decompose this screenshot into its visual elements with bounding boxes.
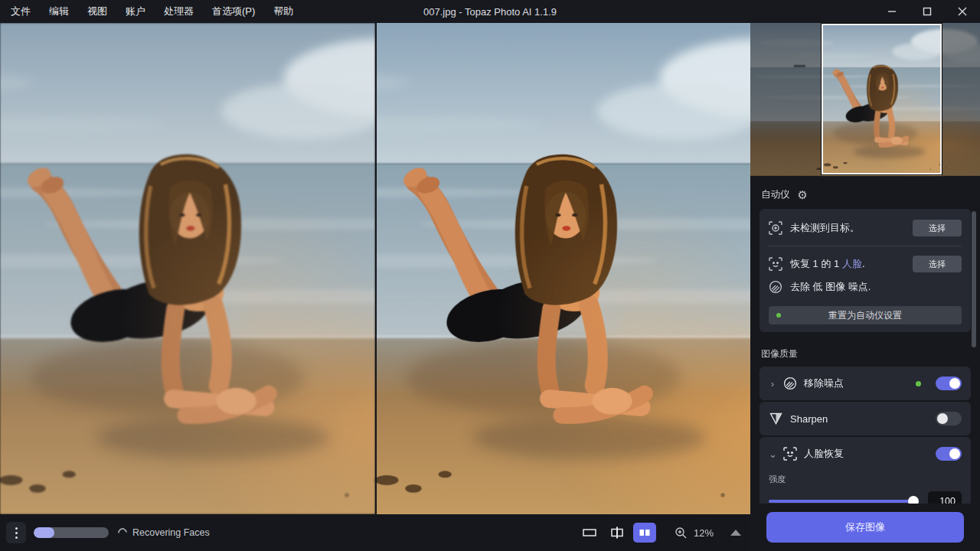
- menu-preferences[interactable]: 首选项(P): [204, 2, 263, 21]
- dot: [15, 532, 18, 534]
- face-recovery-row[interactable]: ⌄ 人脸恢复: [760, 437, 971, 471]
- toggle-knob: [949, 448, 960, 459]
- view-controls: 12%: [578, 523, 741, 543]
- remove-noise-row[interactable]: › 移除噪点: [760, 367, 971, 400]
- chevron-right-icon[interactable]: ›: [769, 378, 776, 390]
- sharpen-card: Sharpen: [760, 402, 971, 435]
- menu-view[interactable]: 视图: [80, 2, 115, 21]
- autopilot-noise-row: 去除 低 图像 噪点.: [769, 276, 962, 298]
- autopilot-face-row: 恢复 1 的 1 人脸. 选择: [769, 253, 962, 276]
- reset-autopilot-label: 重置为自动仪设置: [828, 310, 902, 321]
- target-select-button[interactable]: 选择: [913, 220, 962, 236]
- noise-level-icon: [769, 280, 782, 294]
- progress-fill: [34, 527, 54, 538]
- save-image-button[interactable]: 保存图像: [766, 512, 964, 543]
- toggle-knob: [949, 378, 960, 389]
- menu-file[interactable]: 文件: [3, 2, 38, 21]
- status-bar: Recovering Faces 12%: [0, 514, 750, 551]
- processed-image-pane[interactable]: [377, 23, 750, 514]
- sharpen-label: Sharpen: [790, 413, 929, 425]
- reset-autopilot-button[interactable]: 重置为自动仪设置: [769, 306, 962, 324]
- maximize-button[interactable]: [910, 0, 945, 23]
- navigator-dim-left: [750, 23, 822, 176]
- spinner-icon: [116, 527, 129, 540]
- save-bar: 保存图像: [750, 504, 980, 551]
- close-button[interactable]: [945, 0, 980, 23]
- face-recovery-label: 人脸恢复: [804, 447, 929, 461]
- strength-slider-track: [769, 500, 919, 503]
- title-bar: 文件 编辑 视图 账户 处理器 首选项(P) 帮助 007.jpg - Topa…: [0, 0, 980, 23]
- autopilot-status-dot: [776, 313, 781, 318]
- zoom-control[interactable]: 12%: [675, 527, 714, 540]
- split-view-button[interactable]: [606, 523, 629, 543]
- sharpen-row[interactable]: Sharpen: [760, 402, 971, 435]
- settings-scroll-area: 自动仪 ⚙ 未检测到目标。 选择: [750, 176, 980, 527]
- original-photo: [0, 23, 375, 514]
- toggle-knob: [937, 413, 948, 424]
- face-select-button[interactable]: 选择: [913, 256, 962, 272]
- face-status-prefix: 恢复 1 的 1: [790, 258, 842, 269]
- target-detect-icon: [769, 221, 782, 235]
- menu-account[interactable]: 账户: [118, 2, 153, 21]
- single-view-button[interactable]: [578, 523, 601, 543]
- processing-progress-bar: [34, 527, 109, 538]
- autopilot-title: 自动仪: [761, 188, 790, 201]
- side-by-side-view-button[interactable]: [633, 523, 656, 543]
- navigator-dim-right: [942, 23, 980, 176]
- autopilot-header: 自动仪 ⚙: [750, 176, 980, 207]
- face-status-text: 恢复 1 的 1 人脸.: [790, 257, 905, 271]
- noise-status-text: 去除 低 图像 噪点.: [790, 280, 962, 294]
- gear-icon[interactable]: ⚙: [798, 189, 808, 201]
- queue-menu-button[interactable]: [6, 522, 26, 543]
- window-title: 007.jpg - Topaz Photo AI 1.1.9: [423, 6, 557, 18]
- autopilot-divider: [769, 246, 962, 246]
- sharpen-toggle[interactable]: [936, 412, 962, 425]
- zoom-level-value[interactable]: 12%: [694, 527, 714, 539]
- autopilot-card: 未检测到目标。 选择 恢复 1 的 1 人脸. 选择: [760, 209, 971, 332]
- target-status-text: 未检测到目标。: [790, 221, 905, 235]
- chevron-down-icon[interactable]: ⌄: [769, 448, 776, 460]
- processed-photo: [377, 23, 750, 514]
- app-window: 文件 编辑 视图 账户 处理器 首选项(P) 帮助 007.jpg - Topa…: [0, 0, 980, 551]
- remove-noise-icon: [783, 377, 797, 390]
- face-recovery-icon: [783, 447, 797, 461]
- menu-bar: 文件 编辑 视图 账户 处理器 首选项(P) 帮助: [0, 2, 301, 21]
- remove-noise-label: 移除噪点: [804, 377, 909, 390]
- window-controls: [874, 0, 980, 23]
- panel-scrollbar[interactable]: [972, 211, 976, 347]
- face-detect-icon: [769, 257, 782, 271]
- zoom-dropdown-arrow-icon[interactable]: [730, 530, 741, 536]
- autopilot-target-row: 未检测到目标。 选择: [769, 217, 962, 240]
- original-image-pane[interactable]: [0, 23, 375, 514]
- image-quality-section-title: 图像质量: [750, 334, 980, 367]
- processing-status-text: Recovering Faces: [132, 527, 210, 538]
- face-status-suffix: .: [862, 258, 865, 269]
- image-viewer: [0, 23, 750, 514]
- menu-edit[interactable]: 编辑: [41, 2, 77, 21]
- sharpen-icon: [769, 412, 783, 425]
- side-panel: 自动仪 ⚙ 未检测到目标。 选择: [750, 23, 980, 551]
- remove-noise-auto-dot: [916, 381, 921, 386]
- menu-processor[interactable]: 处理器: [156, 2, 201, 21]
- remove-noise-card: › 移除噪点: [760, 367, 971, 400]
- zoom-magnifier-icon: [675, 527, 688, 540]
- navigator-viewport-box[interactable]: [822, 24, 942, 174]
- face-recovery-toggle[interactable]: [936, 447, 962, 461]
- dot: [15, 527, 18, 530]
- face-status-accent: 人脸: [842, 258, 862, 269]
- strength-label: 强度: [769, 474, 962, 485]
- navigator-thumbnail[interactable]: [750, 23, 980, 176]
- menu-help[interactable]: 帮助: [266, 2, 301, 21]
- minimize-button[interactable]: [874, 0, 910, 23]
- remove-noise-toggle[interactable]: [936, 377, 962, 390]
- dot: [15, 536, 18, 539]
